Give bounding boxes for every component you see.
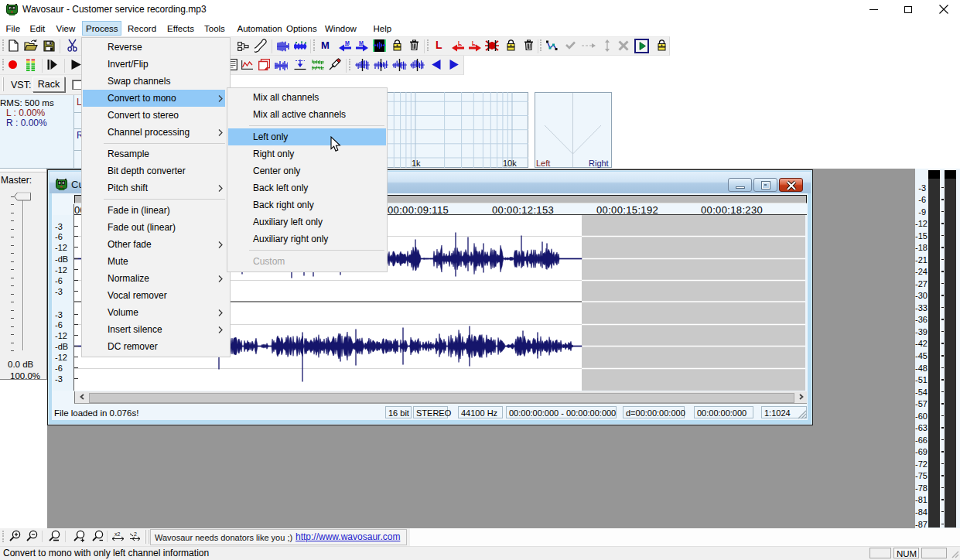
svg-text:2: 2 — [134, 531, 137, 537]
svg-text:L: L — [472, 40, 476, 46]
svg-text:x2: x2 — [114, 531, 121, 537]
svg-text:L: L — [458, 40, 462, 46]
svg-text:M: M — [345, 40, 350, 46]
svg-text:M: M — [359, 40, 364, 46]
